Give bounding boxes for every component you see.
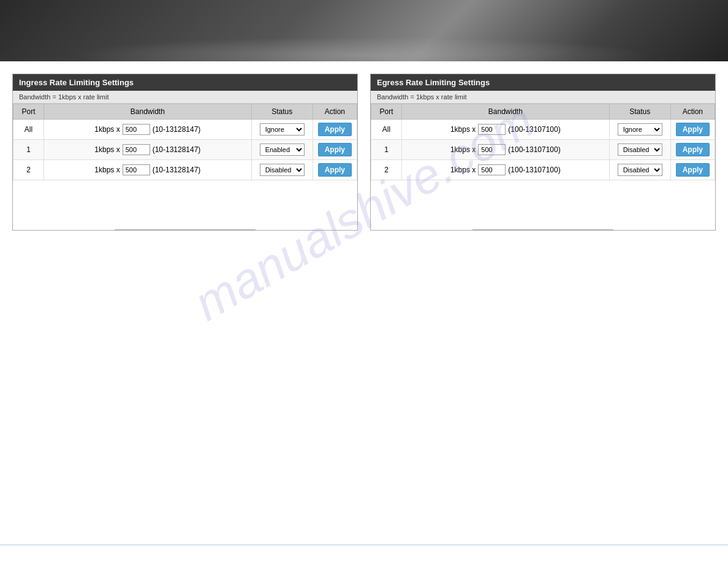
bandwidth-range: (100-13107100) — [508, 166, 560, 174]
bandwidth-range: (10-13128147) — [153, 125, 201, 134]
table-row: 11kbps x(100-13107100)IgnoreEnabledDisab… — [371, 140, 715, 160]
bandwidth-prefix: 1kbps x — [94, 166, 119, 174]
table-row: All1kbps x(100-13107100)IgnoreEnabledDis… — [371, 120, 715, 140]
bandwidth-input-0[interactable] — [478, 124, 506, 135]
bandwidth-prefix: 1kbps x — [450, 145, 476, 154]
bandwidth-prefix: 1kbps x — [94, 145, 119, 154]
status-select-0[interactable]: IgnoreEnabledDisabled — [618, 123, 662, 136]
status-select-2[interactable]: IgnoreEnabledDisabled — [260, 164, 305, 176]
status-select-0[interactable]: IgnoreEnabledDisabled — [260, 123, 305, 136]
bandwidth-input-1[interactable] — [123, 144, 150, 155]
apply-button-1[interactable]: Apply — [676, 143, 710, 156]
apply-button-1[interactable]: Apply — [318, 143, 352, 156]
apply-button-0[interactable]: Apply — [318, 123, 352, 136]
status-select-2[interactable]: IgnoreEnabledDisabled — [618, 164, 662, 176]
page-header — [0, 0, 728, 61]
status-cell-2: IgnoreEnabledDisabled — [251, 160, 313, 180]
ingress-panel: Ingress Rate Limiting Settings Bandwidth… — [12, 74, 358, 231]
bandwidth-range: (100-13107100) — [508, 145, 560, 154]
bandwidth-prefix: 1kbps x — [94, 125, 119, 134]
bandwidth-cell-0: 1kbps x(100-13107100) — [402, 120, 610, 140]
table-row: All1kbps x(10-13128147)IgnoreEnabledDisa… — [13, 120, 357, 140]
bandwidth-range: (100-13107100) — [508, 125, 560, 134]
ingress-subtitle: Bandwidth = 1kbps x rate limit — [13, 91, 357, 104]
bandwidth-prefix: 1kbps x — [450, 125, 476, 134]
bandwidth-cell-1: 1kbps x(10-13128147) — [44, 140, 252, 160]
egress-col-bandwidth: Bandwidth — [402, 104, 610, 120]
status-select-1[interactable]: IgnoreEnabledDisabled — [260, 144, 305, 156]
egress-title: Egress Rate Limiting Settings — [371, 74, 715, 91]
bandwidth-cell-2: 1kbps x(10-13128147) — [44, 160, 252, 180]
status-select-1[interactable]: IgnoreEnabledDisabled — [618, 144, 662, 156]
bandwidth-input-2[interactable] — [478, 164, 506, 175]
apply-button-2[interactable]: Apply — [318, 163, 352, 177]
egress-col-action: Action — [670, 104, 715, 120]
port-cell-2: 2 — [371, 160, 402, 180]
bandwidth-input-0[interactable] — [123, 124, 150, 135]
status-cell-0: IgnoreEnabledDisabled — [251, 120, 313, 140]
action-cell-1: Apply — [313, 140, 357, 160]
apply-button-0[interactable]: Apply — [676, 123, 710, 136]
egress-panel: Egress Rate Limiting Settings Bandwidth … — [370, 74, 716, 231]
egress-subtitle: Bandwidth = 1kbps x rate limit — [371, 91, 715, 104]
action-cell-0: Apply — [313, 120, 357, 140]
ingress-col-action: Action — [313, 104, 357, 120]
ingress-table: Port Bandwidth Status Action All1kbps x(… — [13, 104, 357, 180]
bandwidth-cell-1: 1kbps x(100-13107100) — [402, 140, 610, 160]
bandwidth-range: (10-13128147) — [153, 166, 201, 174]
action-cell-2: Apply — [313, 160, 357, 180]
table-row: 21kbps x(100-13107100)IgnoreEnabledDisab… — [371, 160, 715, 180]
apply-button-2[interactable]: Apply — [676, 163, 710, 177]
action-cell-0: Apply — [670, 120, 715, 140]
port-cell-1: 1 — [371, 140, 402, 160]
ingress-col-port: Port — [13, 104, 44, 120]
ingress-title: Ingress Rate Limiting Settings — [13, 74, 357, 91]
page-footer — [0, 545, 728, 563]
ingress-col-status: Status — [251, 104, 313, 120]
status-cell-2: IgnoreEnabledDisabled — [609, 160, 670, 180]
status-cell-1: IgnoreEnabledDisabled — [251, 140, 313, 160]
egress-table: Port Bandwidth Status Action All1kbps x(… — [371, 104, 715, 180]
port-cell-0: All — [371, 120, 402, 140]
bandwidth-input-2[interactable] — [123, 164, 150, 175]
bandwidth-cell-0: 1kbps x(10-13128147) — [44, 120, 252, 140]
status-cell-0: IgnoreEnabledDisabled — [609, 120, 670, 140]
bandwidth-input-1[interactable] — [478, 144, 506, 155]
bandwidth-prefix: 1kbps x — [450, 166, 476, 174]
port-cell-0: All — [13, 120, 44, 140]
ingress-divider — [115, 229, 256, 230]
status-cell-1: IgnoreEnabledDisabled — [609, 140, 670, 160]
egress-divider — [472, 229, 613, 230]
port-cell-2: 2 — [13, 160, 44, 180]
port-cell-1: 1 — [13, 140, 44, 160]
action-cell-2: Apply — [670, 160, 715, 180]
action-cell-1: Apply — [670, 140, 715, 160]
bandwidth-cell-2: 1kbps x(100-13107100) — [402, 160, 610, 180]
table-row: 21kbps x(10-13128147)IgnoreEnabledDisabl… — [13, 160, 357, 180]
bandwidth-range: (10-13128147) — [153, 145, 201, 154]
table-row: 11kbps x(10-13128147)IgnoreEnabledDisabl… — [13, 140, 357, 160]
egress-col-status: Status — [609, 104, 670, 120]
egress-col-port: Port — [371, 104, 402, 120]
ingress-col-bandwidth: Bandwidth — [44, 104, 252, 120]
